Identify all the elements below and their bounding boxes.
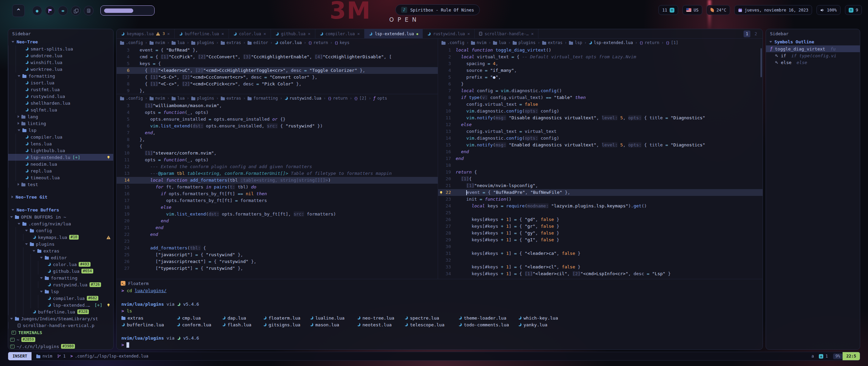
terminal-line[interactable]: >: [117, 342, 763, 348]
now-playing-widget[interactable]: ♪ Spiritbox - Rule Of Nines: [395, 4, 480, 15]
breadcrumb-item-rustywind-lua[interactable]: rustywind.lua: [284, 96, 321, 101]
code-line[interactable]: 12 else: [438, 121, 763, 128]
tab-rustywind-lua[interactable]: rustywind.lua×: [423, 29, 475, 38]
workspaces-widget[interactable]: 9: [845, 5, 862, 15]
close-icon[interactable]: ×: [467, 32, 470, 36]
breadcrumb-item-extras[interactable]: extras: [221, 96, 241, 101]
code-line[interactable]: 27 ["typescript"] = { "rustywind" },: [117, 265, 438, 272]
volume-widget[interactable]: 100%: [816, 5, 841, 15]
breadcrumb-item-nvim[interactable]: nvim: [471, 40, 487, 45]
buffer-rustywind-lua[interactable]: rustywind.lua#726: [8, 281, 113, 288]
file-formatting[interactable]: formatting: [8, 73, 113, 79]
buffer-compiler-lua[interactable]: compiler.lua#682: [8, 295, 113, 302]
section-symbols-outline[interactable]: Symbols Outline: [766, 38, 860, 45]
terminal-line[interactable]: > cd lua/plugins/: [117, 287, 763, 294]
code-line[interactable]: 23 init = function(): [438, 196, 763, 203]
updates-widget[interactable]: 11: [658, 5, 678, 15]
code-line[interactable]: 28 keys[#keys + 1] = { "gy", false }: [438, 230, 763, 237]
terminal-c-n-l-plugins[interactable]: ~/.c/n/l/plugins#3980: [8, 343, 113, 350]
file-repl-lua[interactable]: repl.lua: [8, 167, 113, 174]
floaterm-panel[interactable]: >_ Floaterm > cd lua/plugins/nvim/lua/pl…: [117, 279, 763, 349]
code-line[interactable]: 4 source = "if_many",: [438, 67, 763, 74]
code-line[interactable]: 29 keys[#keys + 1] = { "gI", false }: [438, 237, 763, 243]
code-line[interactable]: 15 vim.notify(msg: "Enabled diagnostics …: [438, 142, 763, 148]
app-launcher-button[interactable]: ^: [12, 4, 25, 17]
ls-entry-dap-lua[interactable]: dap.lua: [222, 316, 263, 321]
scrollbar-thumb[interactable]: [761, 48, 762, 77]
breadcrumb-item-plugins[interactable]: plugins: [191, 96, 214, 101]
quick-launch-infinity-button[interactable]: ∞: [58, 6, 68, 16]
close-icon[interactable]: ×: [308, 32, 311, 36]
code-line[interactable]: 14 vim.diagnostic.config(opts: config): [438, 135, 763, 142]
breadcrumb-item-config[interactable]: .config: [120, 96, 143, 101]
breadcrumb-item-nvim[interactable]: nvim: [150, 96, 165, 101]
code-line[interactable]: 22 event = { "BufReadPre", "BufNewFile" …: [438, 189, 763, 196]
code-line[interactable]: 33 keys[#keys + 1] = { "<leader>cl", fal…: [438, 264, 763, 270]
ls-entry-which-key-lua[interactable]: which-key.lua: [518, 316, 763, 321]
buffer-config[interactable]: config: [8, 227, 113, 234]
ls-entry-todo-comments-lua[interactable]: todo-comments.lua: [458, 322, 518, 327]
code-line[interactable]: 24 add_formatters(tbl: {: [117, 245, 438, 251]
ls-entry-yanky-lua[interactable]: yanky.lua: [518, 322, 763, 327]
code-line[interactable]: 21 end: [117, 224, 438, 231]
cwd-indicator[interactable]: nvim: [36, 354, 52, 359]
file-lsp[interactable]: lsp: [8, 127, 113, 134]
breadcrumb-item-plugins[interactable]: plugins: [513, 40, 536, 45]
breadcrumb-item-1[interactable]: {}[1]: [666, 40, 678, 45]
quick-launch-copy-button[interactable]: [71, 6, 81, 16]
code-line[interactable]: 1local function toggle_diag_virtext(): [438, 47, 763, 54]
code-line[interactable]: 19return {: [438, 169, 763, 176]
code-line[interactable]: 17 opts.formatters_by_ft[ft] = formatter…: [117, 197, 438, 204]
ls-entry-spectre-lua[interactable]: spectre.lua: [405, 316, 458, 321]
buffer-formatting[interactable]: formatting: [8, 274, 113, 281]
breadcrumb-item-keys[interactable]: {}keys: [335, 40, 350, 45]
ls-entry-neo-tree-lua[interactable]: neo-tree.lua: [357, 316, 405, 321]
buffer-bufferline-lua[interactable]: bufferline.lua#328: [8, 308, 113, 315]
clock-widget[interactable]: jueves, noviembre 16, 2023: [734, 5, 812, 15]
code-line[interactable]: 16 end: [438, 148, 763, 155]
code-line[interactable]: 23: [117, 238, 438, 245]
ls-entry-extras[interactable]: extras: [121, 316, 177, 321]
file-lsp-extended-lu[interactable]: lsp-extended.lu[+]: [8, 154, 113, 161]
ls-entry-bufferline-lua[interactable]: bufferline.lua: [121, 322, 177, 327]
code-line[interactable]: 12 --- Extend the conform plugin config …: [117, 163, 438, 170]
breadcrumb-item-opts[interactable]: ƒopts: [373, 96, 387, 101]
code-line[interactable]: 13 ---@param tbl table<string, conform.F…: [117, 170, 438, 177]
code-line[interactable]: 18: [438, 162, 763, 169]
code-line[interactable]: 2 local virtual_text = { -- Default virt…: [438, 54, 763, 60]
tab-github-lua[interactable]: github.lua×: [271, 29, 315, 38]
file-compiler-lua[interactable]: compiler.lua: [8, 134, 113, 140]
close-icon[interactable]: ×: [357, 32, 360, 36]
symbol-toggle-diag-virtext[interactable]: ƒtoggle_diag_virtextfu: [766, 45, 860, 52]
buffer-plugins[interactable]: plugins: [8, 241, 113, 247]
editor-window-right[interactable]: .config›nvim›lua›plugins›extras›lsp›lsp-…: [438, 39, 763, 279]
code-line[interactable]: 11 vim.notify(msg: "Disable diagnostics …: [438, 115, 763, 121]
tab-scrollbar-handle[interactable]: scrollbar-handle-…×: [475, 29, 538, 38]
buffer-extras[interactable]: extras: [8, 247, 113, 254]
ls-entry-cmp-lua[interactable]: cmp.lua: [177, 316, 222, 321]
file-path[interactable]: >.config/…/lsp/lsp-extended.lua: [71, 354, 149, 359]
tab-color-lua[interactable]: color.lua×: [229, 29, 271, 38]
code-line[interactable]: 22 end: [117, 231, 438, 238]
editor-window-bottom-left[interactable]: .config›nvim›lua›plugins›extras›formatti…: [117, 94, 438, 279]
breadcrumb-item-extras[interactable]: extras: [542, 40, 563, 45]
code-line[interactable]: 3 [1]"williamboman/mason.nvim",: [117, 102, 438, 109]
file-lens-lua[interactable]: lens.lua: [8, 140, 113, 147]
weather-widget[interactable]: 24°C: [707, 5, 730, 15]
code-line[interactable]: 3 event = { "BufRead" },: [117, 47, 438, 54]
breadcrumb-item-lsp[interactable]: lsp: [569, 40, 582, 45]
code-line[interactable]: 9 },: [117, 87, 438, 94]
section-terminals[interactable]: TERMINALS: [8, 329, 113, 336]
terminal-line[interactable]: nvim/lua/plugins via v5.4.6: [117, 301, 763, 308]
symbol-else[interactable]: elseelse: [766, 59, 860, 66]
tab-compiler-lua[interactable]: compiler.lua×: [315, 29, 365, 38]
close-icon[interactable]: ×: [531, 32, 534, 36]
code-line[interactable]: 25 ["javascript"] = { "rustywind" },: [117, 251, 438, 258]
ls-entry-theme-loader-lua[interactable]: theme-loader.lua: [458, 316, 518, 321]
breadcrumb-item-config[interactable]: .config: [120, 40, 143, 45]
file-rustfmt-lua[interactable]: rustfmt.lua: [8, 86, 113, 93]
code-line[interactable]: 34 keys[#keys + 1] = { [1]"<leader>cil",…: [438, 270, 763, 277]
code-line[interactable]: 8 },: [117, 136, 438, 143]
breadcrumb-item-lsp-extended-lua[interactable]: lsp-extended.lua: [589, 40, 633, 45]
tab-lsp-extended-lua[interactable]: lsp-extended.lua●: [364, 29, 423, 38]
